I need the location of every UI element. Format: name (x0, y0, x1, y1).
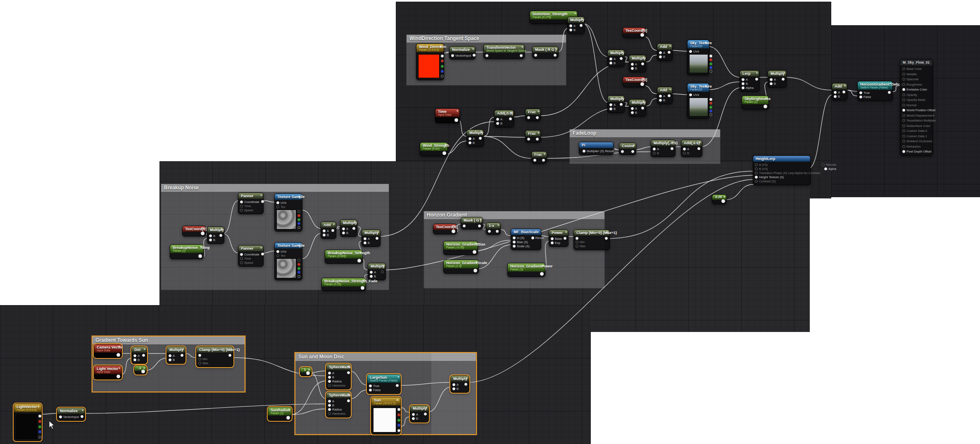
input-pin-a[interactable]: A (609, 57, 616, 61)
node-header[interactable]: Normalize (57, 408, 85, 414)
input-pin[interactable] (533, 159, 536, 162)
input-pin-min[interactable]: Min (576, 240, 585, 244)
pin-dot[interactable] (842, 91, 845, 93)
pin-dot[interactable] (564, 237, 566, 240)
pin-dot[interactable] (347, 371, 350, 374)
node-horizon-gradientpower-54[interactable]: Horizon_GradientPowerParam (3) (507, 263, 545, 277)
output-pin[interactable] (347, 399, 350, 402)
node-1-63[interactable]: 1 (300, 367, 312, 376)
node-header[interactable]: Multiply (768, 71, 786, 76)
node-header[interactable]: Wind_StrengthParam (0.02) (420, 143, 447, 151)
input-pin-tessellation-multiplier[interactable]: Tessellation Multiplier (902, 119, 930, 122)
pin-dot[interactable] (689, 50, 692, 53)
node-header[interactable]: BreakupNoise_StrengthParam (0.005) (325, 250, 362, 258)
pin-dot[interactable] (755, 78, 758, 81)
pin-dot[interactable] (347, 399, 350, 402)
output-pin[interactable] (473, 54, 476, 57)
input-pin-b[interactable]: B (742, 82, 754, 86)
input-pin-specular[interactable]: Specular (902, 77, 930, 81)
node-breakupnoise-tiling-37[interactable]: BreakupNoise_TilingParam (1) (170, 244, 204, 259)
output-pin[interactable] (721, 199, 725, 203)
node-header[interactable]: Add (321, 222, 336, 228)
node-header[interactable]: Add (832, 84, 847, 89)
node-sunradius-68[interactable]: SunRadiusParam (1) (268, 407, 292, 421)
pin-dot[interactable] (513, 241, 516, 243)
node-multiply-8[interactable]: MultiplyAB (607, 50, 625, 67)
output-pin[interactable] (668, 94, 671, 97)
node-header[interactable]: HorizonGradient_DebugSwitch Param (False… (858, 81, 892, 90)
pin-dot[interactable] (412, 413, 415, 416)
input-pin-b[interactable]: B (133, 358, 140, 362)
node-multiply-5[interactable]: MultiplyAB (567, 17, 585, 34)
output-pin[interactable] (888, 91, 891, 94)
pin-dot[interactable] (509, 117, 512, 120)
pin-dot[interactable] (328, 412, 331, 415)
pin-dot[interactable] (323, 229, 326, 232)
pin-dot[interactable] (133, 354, 136, 357)
output-channel-pin-b[interactable] (297, 271, 300, 274)
pin-dot[interactable] (479, 137, 482, 140)
pin-dot[interactable] (653, 148, 656, 150)
pin-dot[interactable] (513, 236, 516, 239)
input-pin-a[interactable]: A (133, 354, 140, 358)
output-pin[interactable] (620, 57, 623, 60)
output-pin[interactable] (580, 24, 583, 27)
pin-dot[interactable] (469, 141, 471, 144)
input-pin-b[interactable]: B (496, 122, 502, 125)
node-header[interactable]: Multiply (410, 406, 428, 411)
output-channel-pin-r[interactable] (709, 58, 712, 61)
output-pin-result[interactable]: Result (531, 236, 544, 240)
pin-dot[interactable] (569, 29, 572, 31)
node-sky-texture-15[interactable]: Sky_TextureParam2DUVs (687, 83, 709, 119)
input-pin-emissive-color[interactable]: Emissive Color (902, 88, 930, 91)
input-pin-pixel-depth-offset[interactable]: Pixel Depth Offset (902, 150, 930, 153)
output-pin[interactable] (331, 229, 334, 232)
node-header[interactable]: Normalize (450, 47, 475, 53)
output-channel-pin-g[interactable] (709, 106, 712, 109)
pin-dot[interactable] (536, 138, 539, 141)
node-camera-vector-57[interactable]: Camera VectorInput Data (94, 344, 122, 358)
input-pin-transition-phase-s-lerp-alpha-no-contrast[interactable]: Transition Phase (S) Lerp Alpha No Contr… (755, 171, 820, 175)
input-pin-b[interactable]: B (609, 61, 616, 65)
pin-dot[interactable] (888, 91, 891, 94)
node-header[interactable]: Sky_TextureParam2D (687, 84, 709, 92)
pin-dot[interactable] (488, 230, 491, 233)
input-pin-a[interactable]: A (742, 78, 754, 81)
output-pin[interactable] (509, 117, 512, 120)
pin-dot[interactable] (133, 358, 136, 361)
pin-dot[interactable] (902, 93, 905, 96)
node-horizon-gradientscale-52[interactable]: Horizon_GradientScaleParam (1.4) (443, 260, 479, 274)
pin-dot[interactable] (534, 54, 537, 57)
input-pin-b[interactable]: B (469, 141, 475, 145)
input-pin-b[interactable]: B (683, 151, 689, 155)
output-pin[interactable] (671, 147, 673, 150)
output-pin[interactable] (764, 105, 767, 108)
pin-dot[interactable] (370, 275, 373, 278)
node-multiply-46[interactable]: MultiplyAB (368, 263, 386, 280)
pin-dot[interactable] (496, 230, 499, 233)
input-pin-a[interactable]: A (609, 103, 616, 107)
input-pin-coordinate[interactable]: Coordinate (240, 200, 259, 204)
input-pin-roughness[interactable]: Roughness (902, 83, 930, 86)
output-channel-pin-w[interactable] (397, 429, 400, 432)
pin-dot[interactable] (689, 93, 692, 96)
input-pin-b[interactable]: B (609, 107, 616, 111)
input-pin-tex[interactable]: Tex (276, 254, 286, 258)
input-pin-false[interactable]: False (859, 95, 871, 99)
input-pin-b[interactable]: B (452, 387, 459, 391)
node-lerp-27[interactable]: LerpABAlpha (740, 70, 759, 92)
node-header[interactable]: M_Sky_Flow_01 (900, 60, 932, 65)
pin-dot[interactable] (198, 354, 201, 357)
pin-dot[interactable] (583, 150, 585, 153)
output-channel-pin-r[interactable] (441, 60, 444, 62)
node-header[interactable]: 0.25 (712, 195, 726, 200)
output-pin[interactable] (141, 370, 145, 373)
input-pin-b[interactable]: B (659, 98, 665, 102)
output-pin[interactable] (842, 91, 845, 93)
pin-dot[interactable] (369, 389, 372, 391)
node-add-30[interactable]: AddAB (832, 83, 847, 100)
node-header[interactable]: Cosine (619, 143, 636, 149)
output-channel-pin-a[interactable] (297, 275, 300, 278)
pin-dot[interactable] (328, 400, 331, 403)
node-spheremask-65[interactable]: SphereMaskABRadiusHardness (326, 392, 351, 418)
